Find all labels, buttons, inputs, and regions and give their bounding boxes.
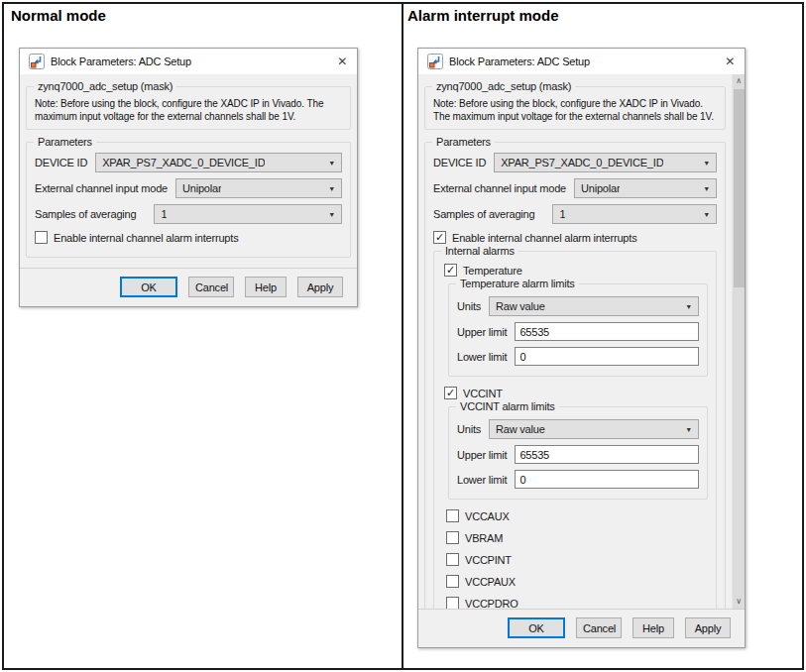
vccint-upper-limit-input[interactable] bbox=[515, 445, 699, 464]
note-text-line1: Note: Before using the block, configure … bbox=[35, 97, 342, 110]
lower-limit-label: Lower limit bbox=[457, 351, 507, 363]
dropdown-arrow-icon: ▼ bbox=[703, 211, 710, 218]
samples-averaging-value: 1 bbox=[161, 208, 167, 220]
temperature-label: Temperature bbox=[463, 265, 522, 277]
units-label: Units bbox=[457, 423, 481, 435]
units-label: Units bbox=[457, 300, 481, 312]
temperature-checkbox[interactable]: ✓ bbox=[444, 264, 457, 277]
vccpint-label: VCCPINT bbox=[465, 554, 512, 566]
dialog-titlebar[interactable]: Block Parameters: ADC Setup ✕ bbox=[20, 49, 357, 74]
cancel-button[interactable]: Cancel bbox=[576, 617, 622, 638]
ok-button[interactable]: OK bbox=[120, 277, 177, 297]
external-channel-mode-row: External channel input mode Unipolar ▼ bbox=[35, 178, 342, 198]
ok-button[interactable]: OK bbox=[508, 617, 565, 638]
apply-button[interactable]: Apply bbox=[685, 617, 731, 638]
samples-averaging-select[interactable]: 1 ▼ bbox=[154, 204, 342, 224]
dropdown-arrow-icon: ▼ bbox=[328, 211, 335, 218]
vccint-lower-limit-row: Lower limit bbox=[457, 470, 699, 489]
external-channel-mode-label: External channel input mode bbox=[35, 182, 168, 194]
enable-alarm-interrupts-label: Enable internal channel alarm interrupts bbox=[452, 232, 636, 244]
temperature-row: ✓ Temperature bbox=[444, 264, 708, 277]
vccint-units-value: Raw value bbox=[496, 423, 545, 435]
samples-averaging-value: 1 bbox=[559, 208, 565, 220]
table-column-divider bbox=[402, 4, 403, 668]
dropdown-arrow-icon: ▼ bbox=[703, 185, 710, 192]
enable-alarm-interrupts-checkbox[interactable] bbox=[35, 231, 48, 244]
samples-averaging-label: Samples of averaging bbox=[35, 208, 136, 220]
comparison-table: Normal mode Alarm interrupt mode Block P… bbox=[2, 2, 804, 670]
temperature-alarm-limits-label: Temperature alarm limits bbox=[456, 278, 579, 289]
temperature-units-select[interactable]: Raw value ▼ bbox=[489, 296, 699, 316]
internal-alarms-group-label: Internal alarms bbox=[441, 245, 518, 257]
simulink-block-icon bbox=[29, 54, 45, 69]
vbram-checkbox[interactable] bbox=[446, 531, 459, 544]
external-channel-mode-select[interactable]: Unipolar ▼ bbox=[574, 178, 717, 198]
temperature-lower-limit-row: Lower limit bbox=[457, 347, 699, 366]
enable-alarm-interrupts-checkbox[interactable]: ✓ bbox=[433, 231, 446, 244]
vccpint-row: VCCPINT bbox=[446, 553, 708, 566]
dialog-title: Block Parameters: ADC Setup bbox=[51, 56, 191, 67]
vbram-row: VBRAM bbox=[446, 531, 708, 544]
dropdown-arrow-icon: ▼ bbox=[685, 426, 692, 433]
external-channel-mode-value: Unipolar bbox=[581, 182, 620, 194]
internal-alarms-group: Internal alarms ✓ Temperature Temperatur… bbox=[433, 251, 717, 609]
vertical-scrollbar[interactable]: ∧ ∨ bbox=[732, 74, 745, 609]
vccint-lower-limit-input[interactable] bbox=[515, 470, 699, 489]
parameters-group: Parameters DEVICE ID XPAR_PS7_XADC_0_DEV… bbox=[424, 142, 726, 609]
vccpdro-label: VCCPDRO bbox=[465, 598, 518, 610]
vccint-row: ✓ VCCINT bbox=[444, 387, 708, 399]
dropdown-arrow-icon: ▼ bbox=[328, 160, 335, 167]
parameters-group-label: Parameters bbox=[432, 136, 495, 148]
temperature-upper-limit-input[interactable] bbox=[515, 322, 699, 341]
mask-description-group: zynq7000_adc_setup (mask) Note: Before u… bbox=[26, 86, 351, 130]
dropdown-arrow-icon: ▼ bbox=[703, 160, 710, 167]
parameters-group-label: Parameters bbox=[34, 136, 96, 148]
vccpdro-checkbox[interactable] bbox=[446, 597, 459, 609]
help-button[interactable]: Help bbox=[633, 617, 674, 638]
vccpaux-label: VCCPAUX bbox=[465, 576, 516, 588]
dialog-button-bar: OK Cancel Help Apply bbox=[20, 268, 357, 306]
scroll-down-icon[interactable]: ∨ bbox=[733, 595, 745, 609]
samples-averaging-row: Samples of averaging 1 ▼ bbox=[35, 204, 342, 224]
vccaux-checkbox[interactable] bbox=[446, 509, 459, 522]
close-icon[interactable]: ✕ bbox=[724, 55, 736, 68]
vccint-units-select[interactable]: Raw value ▼ bbox=[489, 419, 699, 439]
close-icon[interactable]: ✕ bbox=[336, 55, 348, 68]
vccpaux-checkbox[interactable] bbox=[446, 575, 459, 588]
note-text-line1: Note: Before using the block, configure … bbox=[433, 97, 717, 110]
vbram-label: VBRAM bbox=[465, 532, 503, 544]
device-id-value: XPAR_PS7_XADC_0_DEVICE_ID bbox=[501, 157, 663, 168]
dialog-titlebar[interactable]: Block Parameters: ADC Setup ✕ bbox=[418, 49, 745, 74]
samples-averaging-select[interactable]: 1 ▼ bbox=[552, 204, 717, 224]
vccint-checkbox[interactable]: ✓ bbox=[444, 387, 457, 399]
lower-limit-label: Lower limit bbox=[457, 474, 507, 486]
dialog-content: zynq7000_adc_setup (mask) Note: Before u… bbox=[20, 74, 357, 268]
cancel-button[interactable]: Cancel bbox=[188, 277, 234, 297]
enable-alarm-interrupts-label: Enable internal channel alarm interrupts bbox=[54, 232, 238, 244]
scroll-up-icon[interactable]: ∧ bbox=[733, 74, 745, 88]
apply-button[interactable]: Apply bbox=[297, 277, 343, 297]
dialog-content: zynq7000_adc_setup (mask) Note: Before u… bbox=[418, 74, 732, 609]
temperature-alarm-limits-group: Temperature alarm limits Units Raw value… bbox=[448, 283, 708, 377]
vccint-alarm-limits-group: VCCINT alarm limits Units Raw value ▼ bbox=[448, 406, 708, 500]
external-channel-mode-select[interactable]: Unipolar ▼ bbox=[175, 178, 342, 198]
device-id-row: DEVICE ID XPAR_PS7_XADC_0_DEVICE_ID ▼ bbox=[35, 153, 342, 172]
scrollbar-thumb[interactable] bbox=[734, 89, 745, 287]
column-header-alarm-interrupt-mode: Alarm interrupt mode bbox=[407, 7, 559, 24]
vccaux-label: VCCAUX bbox=[465, 510, 510, 522]
device-id-select[interactable]: XPAR_PS7_XADC_0_DEVICE_ID ▼ bbox=[95, 153, 342, 172]
mask-name-label: zynq7000_adc_setup (mask) bbox=[34, 80, 176, 92]
samples-averaging-row: Samples of averaging 1 ▼ bbox=[433, 204, 717, 224]
vccint-upper-limit-row: Upper limit bbox=[457, 445, 699, 464]
help-button[interactable]: Help bbox=[245, 277, 287, 297]
dialog-scroll-area: zynq7000_adc_setup (mask) Note: Before u… bbox=[418, 74, 745, 609]
temperature-lower-limit-input[interactable] bbox=[515, 347, 699, 366]
external-channel-mode-value: Unipolar bbox=[182, 182, 221, 194]
vccpint-checkbox[interactable] bbox=[446, 553, 459, 566]
vccint-units-row: Units Raw value ▼ bbox=[457, 419, 699, 439]
device-id-select[interactable]: XPAR_PS7_XADC_0_DEVICE_ID ▼ bbox=[494, 153, 717, 172]
device-id-row: DEVICE ID XPAR_PS7_XADC_0_DEVICE_ID ▼ bbox=[433, 153, 717, 172]
temperature-upper-limit-row: Upper limit bbox=[457, 322, 699, 341]
enable-alarm-interrupts-row: ✓ Enable internal channel alarm interrup… bbox=[433, 231, 717, 244]
adc-setup-dialog-normal-mode: Block Parameters: ADC Setup ✕ zynq7000_a… bbox=[19, 48, 358, 307]
